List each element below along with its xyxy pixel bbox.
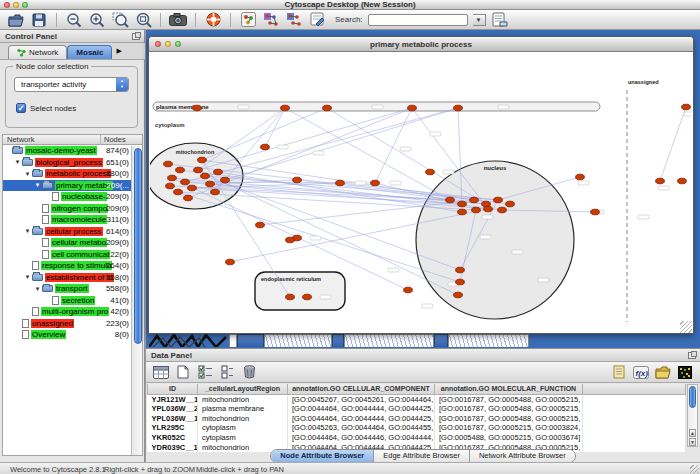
column-header-molecular-function[interactable]: annotation.GO MOLECULAR_FUNCTION xyxy=(435,384,583,394)
graph-node[interactable] xyxy=(408,105,417,111)
graph-node[interactable] xyxy=(206,181,215,187)
annotation-icon[interactable] xyxy=(308,11,326,28)
graph-node[interactable] xyxy=(446,197,455,203)
tree-expand-icon[interactable]: ▾ xyxy=(33,285,42,293)
graph-node[interactable] xyxy=(293,177,302,183)
import-file-icon[interactable] xyxy=(654,364,672,381)
tree-row[interactable]: cell communicat22(0) xyxy=(3,249,131,261)
graph-node[interactable] xyxy=(193,105,202,111)
graph-node[interactable] xyxy=(176,167,185,173)
tree-expand-icon[interactable]: ▾ xyxy=(23,273,32,281)
new-attribute-icon[interactable] xyxy=(174,364,192,381)
table-scrollbar[interactable]: ▲ ▼ xyxy=(687,384,698,447)
tree-row[interactable]: unassigned223(0) xyxy=(3,318,131,330)
graph-node[interactable] xyxy=(164,161,173,167)
graph-node[interactable] xyxy=(188,185,197,191)
graph-node[interactable] xyxy=(194,167,203,173)
background-network-window[interactable] xyxy=(149,334,227,347)
float-panel-icon[interactable] xyxy=(688,352,696,359)
zoom-view-icon[interactable] xyxy=(175,41,181,47)
tree-scrollbar-thumb[interactable] xyxy=(134,148,142,344)
tree-row-label[interactable]: mosaic-demo-yeast xyxy=(25,146,97,155)
tree-row[interactable]: mosaic-demo-yeast874(0) xyxy=(3,145,131,157)
tree-row-label[interactable]: unassigned xyxy=(31,319,74,328)
tree-row[interactable]: multi-organism pro42(0) xyxy=(3,306,131,318)
graph-node[interactable] xyxy=(221,177,230,183)
tree-row-label[interactable]: biological_process xyxy=(35,158,103,167)
table-row[interactable]: YJR121W__1mitochondrion[GO:0045267, GO:0… xyxy=(148,394,686,404)
background-window-titlebar[interactable] xyxy=(434,334,448,347)
function-builder-icon[interactable]: f(x) xyxy=(632,364,650,381)
tree-row-label[interactable]: transport xyxy=(55,284,89,293)
network-canvas[interactable]: plasma membrane cytoplasm mitochondrion … xyxy=(150,52,692,333)
window-resize-grip[interactable] xyxy=(680,321,692,333)
help-icon[interactable] xyxy=(204,11,222,28)
app-resize-grip[interactable] xyxy=(690,465,699,474)
tree-row-label[interactable]: metabolic process xyxy=(45,169,111,178)
tree-row[interactable]: ▾biological_process651(0) xyxy=(3,157,131,169)
table-row[interactable]: YLR295Ccytoplasm[GO:0045263, GO:0044464,… xyxy=(148,423,686,433)
tab-mosaic[interactable]: Mosaic xyxy=(67,45,112,59)
table-cell[interactable]: cytoplasm xyxy=(198,433,288,443)
graph-node[interactable] xyxy=(456,267,465,273)
graph-node[interactable] xyxy=(656,178,665,184)
table-cell[interactable]: [GO:0045267, GO:0045261, GO:0044464, G..… xyxy=(288,394,435,404)
table-cell[interactable]: [GO:0044464, GO:0044444, GO:0044425, G..… xyxy=(288,404,435,414)
background-network-window[interactable] xyxy=(264,334,332,347)
nucleus-region[interactable] xyxy=(416,161,574,319)
graph-node[interactable] xyxy=(682,104,691,110)
select-neighbors-icon[interactable] xyxy=(285,11,303,28)
table-cell[interactable]: YPL036W__1 xyxy=(148,413,198,423)
table-cell[interactable]: [GO:0016787, GO:0005488, GO:0005215, G..… xyxy=(435,394,583,404)
graph-node[interactable] xyxy=(201,173,210,179)
tree-row-label[interactable]: Overview xyxy=(31,330,66,339)
tree-row[interactable]: cellular metabo209(0) xyxy=(3,237,131,249)
tree-row[interactable]: macromolecule311(0) xyxy=(3,214,131,226)
graph-node[interactable] xyxy=(166,183,175,189)
snapshot-icon[interactable] xyxy=(169,11,187,28)
heatmap-icon[interactable] xyxy=(676,364,694,381)
table-scrollbar-thumb[interactable] xyxy=(689,386,696,408)
zoom-fit-icon[interactable] xyxy=(134,11,152,28)
tree-row[interactable]: ▾primary metabo209(... xyxy=(3,180,131,192)
table-cell[interactable]: [GO:0044464, GO:0044446, GO:0044444, G..… xyxy=(288,433,435,443)
zoom-in-icon[interactable] xyxy=(88,11,106,28)
tree-row[interactable]: response to stimulu264(0) xyxy=(3,260,131,272)
tree-row-label[interactable]: primary metabo xyxy=(55,181,113,190)
node-color-dropdown[interactable]: transporter activity ▲▼ xyxy=(14,77,129,92)
graph-node[interactable] xyxy=(181,179,190,185)
graph-node[interactable] xyxy=(576,174,585,180)
column-header-cellular-component[interactable]: annotation.GO CELLULAR_COMPONENT xyxy=(288,384,435,394)
background-window-fragment[interactable] xyxy=(229,334,237,347)
graph-node[interactable] xyxy=(261,144,270,150)
tree-column-nodes[interactable]: Nodes xyxy=(100,135,126,145)
graph-node[interactable] xyxy=(323,105,332,111)
tree-scrollbar[interactable] xyxy=(131,146,142,455)
table-cell[interactable]: [GO:0005488, GO:0005215, GO:0003674] xyxy=(435,433,583,443)
tree-expand-icon[interactable]: ▾ xyxy=(23,170,32,178)
tree-row-label[interactable]: cellular metabo xyxy=(51,238,107,247)
graph-node[interactable] xyxy=(174,189,183,195)
select-nodes-option[interactable]: ✓ Select nodes xyxy=(16,103,76,113)
close-view-icon[interactable] xyxy=(155,41,161,47)
table-cell[interactable]: mitochondrion xyxy=(198,394,288,404)
notes-icon[interactable] xyxy=(610,364,628,381)
delete-attribute-icon[interactable] xyxy=(240,364,258,381)
import-attributes-icon[interactable] xyxy=(491,11,509,28)
column-chooser-icon[interactable] xyxy=(152,364,170,381)
table-cell[interactable]: [GO:0016787, GO:0005215, GO:0003824, G..… xyxy=(435,423,583,433)
table-cell[interactable]: plasma membrane xyxy=(198,404,288,414)
tab-edge-attribute-browser[interactable]: Edge Attribute Browser xyxy=(374,450,470,462)
graph-node[interactable] xyxy=(303,294,312,300)
zoom-out-icon[interactable] xyxy=(65,11,83,28)
graph-node[interactable] xyxy=(198,157,207,163)
graph-node[interactable] xyxy=(591,209,600,215)
network-view-window[interactable]: primary metabolic process plasma membran… xyxy=(148,36,694,334)
tree-row[interactable]: ▾cellular process614(0) xyxy=(3,226,131,238)
tree-row[interactable]: nucleobase-209(0) xyxy=(3,191,131,203)
tree-row[interactable]: ▾transport558(0) xyxy=(3,283,131,295)
background-network-window[interactable] xyxy=(448,334,529,347)
tree-column-network[interactable]: Network xyxy=(7,135,35,145)
graph-node[interactable] xyxy=(286,237,295,243)
tree-row-label[interactable]: secretion xyxy=(61,296,95,305)
